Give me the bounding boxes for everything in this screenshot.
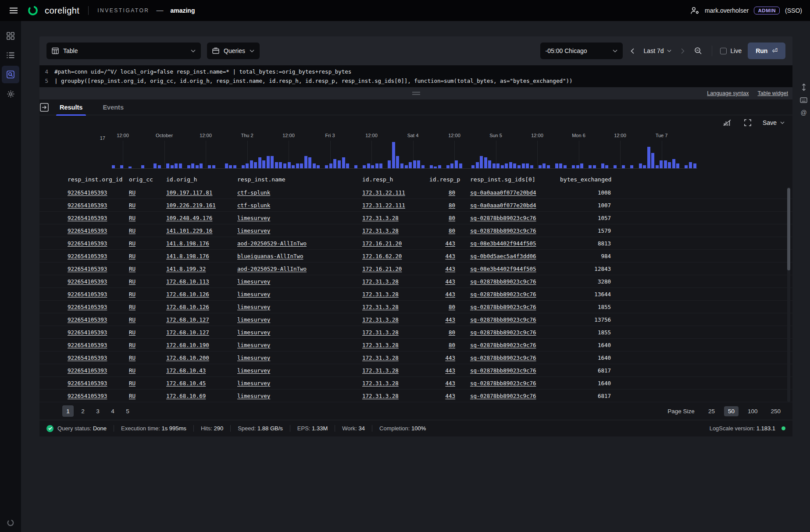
- cell-link[interactable]: 172.31.3.28: [362, 367, 399, 374]
- toggle-panel-icon[interactable]: [39, 103, 49, 112]
- histogram-bar[interactable]: [559, 163, 562, 168]
- histogram-bar[interactable]: [388, 160, 391, 168]
- histogram-bar[interactable]: [530, 165, 533, 168]
- histogram-bar[interactable]: [526, 163, 529, 168]
- cell-link[interactable]: 172.68.10.126: [166, 291, 209, 298]
- cell-link[interactable]: 172.31.22.111: [362, 202, 405, 209]
- histogram-bar[interactable]: [288, 162, 291, 168]
- user-settings-icon[interactable]: [690, 7, 699, 14]
- histogram-bar[interactable]: [664, 160, 667, 168]
- cell-link[interactable]: 922654105393: [68, 329, 107, 336]
- histogram-bar[interactable]: [564, 165, 567, 168]
- cell-link[interactable]: 172.68.10.113: [166, 278, 209, 285]
- histogram-bar[interactable]: [476, 162, 479, 168]
- cell-link[interactable]: RU: [129, 266, 136, 272]
- histogram-bar[interactable]: [547, 165, 550, 168]
- cell-link[interactable]: 172.31.3.28: [362, 278, 399, 285]
- cell-link[interactable]: 922654105393: [68, 316, 107, 323]
- cell-link[interactable]: RU: [129, 367, 136, 374]
- cell-link[interactable]: 443: [445, 380, 455, 387]
- cell-link[interactable]: 141.101.229.16: [166, 227, 212, 234]
- cell-link[interactable]: 922654105393: [68, 304, 107, 310]
- page-button[interactable]: 3: [92, 405, 103, 417]
- cell-link[interactable]: 80: [449, 227, 455, 234]
- histogram-bar[interactable]: [496, 163, 500, 168]
- cell-link[interactable]: sg-02878bb89023c9c76: [470, 304, 536, 310]
- cell-link[interactable]: 922654105393: [68, 215, 107, 221]
- cell-link[interactable]: 443: [445, 316, 455, 323]
- cell-link[interactable]: RU: [129, 393, 136, 399]
- cell-link[interactable]: RU: [129, 253, 136, 259]
- histogram-bar[interactable]: [413, 160, 416, 168]
- page-button[interactable]: 4: [107, 405, 118, 417]
- histogram-bar[interactable]: [120, 165, 123, 168]
- histogram-bar[interactable]: [250, 160, 253, 168]
- column-header[interactable]: id.resp_h: [362, 176, 429, 183]
- query-text[interactable]: #path=conn uid=/^V/ local_orig=false res…: [54, 67, 351, 76]
- histogram-bar[interactable]: [513, 163, 516, 168]
- histogram-bar[interactable]: [179, 163, 182, 168]
- scrollbar-thumb[interactable]: [787, 188, 790, 270]
- cell-link[interactable]: limesurvey: [237, 278, 270, 285]
- histogram-bar[interactable]: [643, 165, 646, 168]
- timezone-select[interactable]: -05:00 Chicago: [540, 43, 623, 59]
- live-checkbox[interactable]: [720, 48, 727, 54]
- histogram-bar[interactable]: [279, 162, 282, 168]
- histogram-bar[interactable]: [647, 147, 650, 168]
- column-header[interactable]: orig_cc: [129, 176, 166, 183]
- cell-link[interactable]: 172.31.3.28: [362, 227, 399, 234]
- cell-link[interactable]: 141.8.199.32: [166, 266, 206, 272]
- page-button[interactable]: 2: [77, 405, 89, 417]
- histogram-bar[interactable]: [317, 165, 320, 168]
- cell-link[interactable]: 443: [445, 240, 455, 247]
- histogram-bar[interactable]: [313, 163, 316, 168]
- cell-link[interactable]: limesurvey: [237, 342, 270, 348]
- histogram-bar[interactable]: [171, 165, 174, 168]
- cell-link[interactable]: 172.68.10.43: [166, 367, 206, 374]
- cell-link[interactable]: 922654105393: [68, 227, 107, 234]
- cell-link[interactable]: sg-02878bb89023c9c76: [470, 367, 536, 374]
- cell-link[interactable]: RU: [129, 355, 136, 361]
- histogram-bar[interactable]: [153, 163, 157, 168]
- histogram-bar[interactable]: [246, 163, 249, 168]
- histogram-bar[interactable]: [446, 165, 450, 168]
- histogram-bar[interactable]: [459, 163, 462, 168]
- histogram-bar[interactable]: [522, 163, 525, 168]
- histogram-bar[interactable]: [296, 163, 299, 168]
- scrollbar-track[interactable]: [787, 187, 790, 402]
- table-widget-link[interactable]: Table widget: [758, 90, 789, 96]
- editor-line[interactable]: 5| groupby([resp_inst.org_id, orig_cc, i…: [39, 76, 792, 85]
- cell-link[interactable]: 172.31.3.28: [362, 316, 399, 323]
- page-button[interactable]: 5: [122, 405, 133, 417]
- cell-link[interactable]: 141.8.198.176: [166, 253, 209, 259]
- cell-link[interactable]: 172.16.21.20: [362, 240, 402, 247]
- cell-link[interactable]: sg-02878bb89023c9c76: [470, 316, 536, 323]
- histogram-bar[interactable]: [505, 163, 508, 168]
- cell-link[interactable]: 109.197.117.81: [166, 189, 212, 196]
- histogram-bar[interactable]: [630, 165, 633, 168]
- cell-link[interactable]: 443: [445, 278, 455, 285]
- cell-link[interactable]: sg-02878bb89023c9c76: [470, 355, 536, 361]
- cell-link[interactable]: RU: [129, 342, 136, 348]
- cell-link[interactable]: 172.31.3.28: [362, 342, 399, 348]
- histogram-bar[interactable]: [622, 165, 625, 168]
- histogram-bar[interactable]: [605, 165, 608, 168]
- cell-link[interactable]: limesurvey: [237, 367, 270, 374]
- run-button[interactable]: Run ⏎: [748, 43, 785, 59]
- cell-link[interactable]: RU: [129, 240, 136, 247]
- cell-link[interactable]: sg-0a0aaa0f077e20bd4: [470, 202, 536, 209]
- histogram-bar[interactable]: [471, 165, 475, 168]
- histogram-bar[interactable]: [484, 157, 487, 168]
- time-range-select[interactable]: Last 7d: [642, 47, 673, 54]
- cell-link[interactable]: 172.16.62.20: [362, 253, 402, 259]
- histogram-bar[interactable]: [196, 165, 199, 168]
- cell-link[interactable]: limesurvey: [237, 355, 270, 361]
- cell-link[interactable]: 922654105393: [68, 380, 107, 387]
- cell-link[interactable]: sg-02878bb89023c9c76: [470, 329, 536, 336]
- page-size-button[interactable]: 50: [724, 406, 739, 416]
- cell-link[interactable]: 922654105393: [68, 291, 107, 298]
- histogram-bar[interactable]: [271, 156, 274, 168]
- histogram-bar[interactable]: [300, 163, 303, 168]
- histogram-bar[interactable]: [480, 156, 483, 168]
- cell-link[interactable]: sg-02878bb89023c9c76: [470, 227, 536, 234]
